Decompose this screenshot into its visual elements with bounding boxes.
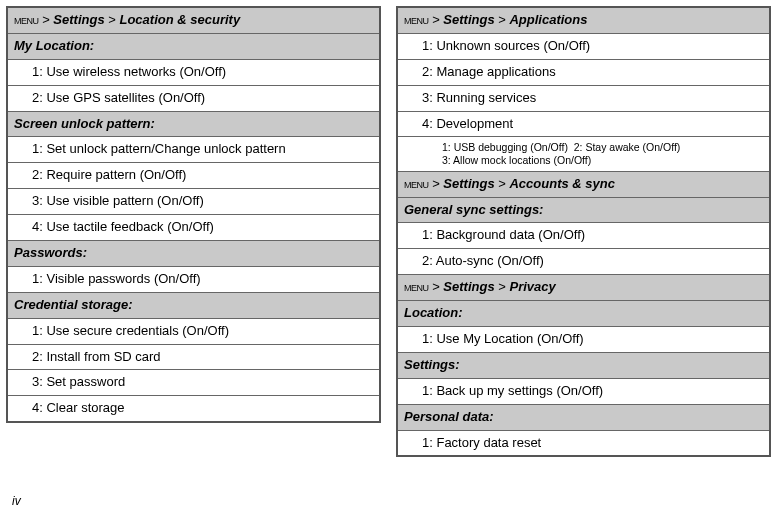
list-item: 1: Visible passwords (On/Off)	[7, 266, 380, 292]
list-item: 3: Set password	[7, 370, 380, 396]
development-subitems: 1: USB debugging (On/Off) 2: Stay awake …	[397, 137, 770, 171]
location-security-table: MENU > Settings > Location & security My…	[6, 6, 381, 423]
menu-icon: MENU	[404, 180, 429, 190]
list-item: 3: Use visible pattern (On/Off)	[7, 189, 380, 215]
list-item: 2: Use GPS satellites (On/Off)	[7, 85, 380, 111]
section-location: Location:	[397, 301, 770, 327]
menu-icon: MENU	[404, 283, 429, 293]
list-item: 1: Use wireless networks (On/Off)	[7, 59, 380, 85]
right-column: MENU > Settings > Applications 1: Unknow…	[396, 6, 771, 457]
menu-icon: MENU	[14, 16, 39, 26]
list-item: 1: Use My Location (On/Off)	[397, 326, 770, 352]
page-number: iv	[12, 494, 21, 508]
list-item: 1: Set unlock pattern/Change unlock patt…	[7, 137, 380, 163]
section-screen-unlock: Screen unlock pattern:	[7, 111, 380, 137]
menu-icon: MENU	[404, 16, 429, 26]
section-general-sync: General sync settings:	[397, 197, 770, 223]
list-item: 1: Background data (On/Off)	[397, 223, 770, 249]
left-column: MENU > Settings > Location & security My…	[6, 6, 381, 457]
list-item: 4: Clear storage	[7, 396, 380, 422]
list-item: 1: Unknown sources (On/Off)	[397, 33, 770, 59]
path-location-security: MENU > Settings > Location & security	[7, 7, 380, 33]
section-settings: Settings:	[397, 352, 770, 378]
section-credential-storage: Credential storage:	[7, 292, 380, 318]
path-applications: MENU > Settings > Applications	[397, 7, 770, 33]
list-item: 4: Use tactile feedback (On/Off)	[7, 215, 380, 241]
list-item: 1: Back up my settings (On/Off)	[397, 378, 770, 404]
section-my-location: My Location:	[7, 33, 380, 59]
list-item: 2: Install from SD card	[7, 344, 380, 370]
list-item: 4: Development	[397, 111, 770, 137]
list-item: 2: Auto-sync (On/Off)	[397, 249, 770, 275]
list-item: 1: Use secure credentials (On/Off)	[7, 318, 380, 344]
path-privacy: MENU > Settings > Privacy	[397, 275, 770, 301]
list-item: 1: Factory data reset	[397, 430, 770, 456]
list-item: 2: Manage applications	[397, 59, 770, 85]
right-settings-table: MENU > Settings > Applications 1: Unknow…	[396, 6, 771, 457]
list-item: 3: Running services	[397, 85, 770, 111]
list-item: 2: Require pattern (On/Off)	[7, 163, 380, 189]
path-accounts-sync: MENU > Settings > Accounts & sync	[397, 171, 770, 197]
section-personal-data: Personal data:	[397, 404, 770, 430]
section-passwords: Passwords:	[7, 241, 380, 267]
